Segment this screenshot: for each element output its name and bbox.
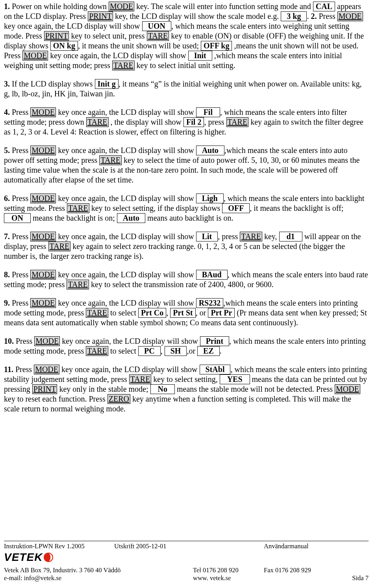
page-footer: Instruktion-LPWN Rev 1.2005 Utskrift 200… (4, 541, 369, 582)
step-num-11: 11. (4, 365, 13, 374)
lcd-fil: Fil (196, 107, 220, 117)
mode-key: MODE (22, 51, 48, 61)
footer-print-date: Utskrift 2005-12-01 (114, 542, 232, 551)
step-3: 3. If the LCD display shows Init g, it m… (4, 79, 369, 99)
lcd-baud: BAud (196, 270, 228, 280)
lcd-no: No (150, 384, 175, 394)
lcd-on: ON (4, 213, 31, 223)
tare-key: TARE (67, 280, 89, 289)
lcd-auto-bl: Auto (117, 213, 145, 223)
mode-key: MODE (30, 270, 56, 280)
footer-web: www. vetek.se (193, 574, 264, 582)
tare-key: TARE (226, 117, 249, 127)
lcd-prtst: Prt St (170, 308, 196, 318)
step-num-10: 10. (4, 337, 14, 345)
zero-key: ZERO (107, 394, 130, 404)
tare-key: TARE (129, 374, 152, 384)
lcd-rs232: RS232 (196, 298, 224, 308)
lcd-prtco: Prt Co (138, 308, 166, 318)
lcd-yes: YES (220, 374, 250, 384)
lcd-stabl: StAbl (200, 365, 231, 374)
lcd-lit: Lit (196, 232, 218, 241)
lcd-ligh: Ligh (196, 194, 224, 203)
lcd-3kg: 3 kg (281, 11, 307, 21)
step-11: 11. Press MODE key once again, the LCD d… (4, 365, 369, 414)
step-10: 10. Press MODE key once again, the LCD d… (4, 336, 369, 356)
vetek-logo-icon (43, 552, 54, 562)
lcd-d1: d1 (279, 232, 302, 241)
step-num-3: 3. (4, 79, 10, 88)
lcd-init: Init (188, 51, 212, 61)
step-num-8: 8. (4, 270, 10, 279)
step-num-7: 7. (4, 232, 10, 241)
mode-key: MODE (30, 298, 56, 308)
tare-key: TARE (147, 31, 169, 41)
document-page: 1. Power on while holding down MODE key.… (0, 0, 378, 588)
lcd-uon: UON (142, 21, 171, 31)
tare-key: TARE (99, 155, 122, 165)
step-4: 4. Press MODE key once again, the LCD di… (4, 107, 369, 137)
vetek-logo-text: VETEK (4, 550, 43, 564)
step-num-4: 4. (4, 108, 10, 116)
print-key: PRINT (88, 11, 113, 21)
mode-key: MODE (30, 194, 56, 203)
mode-key: MODE (30, 146, 56, 155)
step-5: 5. Press MODE key once again, the LCD di… (4, 146, 369, 185)
mode-key: MODE (335, 384, 360, 394)
lcd-off: OFF (222, 203, 250, 213)
tare-key: TARE (112, 61, 135, 70)
lcd-sh: SH (165, 346, 187, 356)
lcd-print: Print (200, 336, 229, 346)
tare-key: TARE (240, 232, 262, 241)
print-key: PRINT (44, 31, 69, 41)
step-8: 8. Press MODE key once again, the LCD di… (4, 270, 369, 289)
print-key: PRINT (32, 384, 57, 394)
lcd-ez: EZ (197, 346, 220, 356)
tare-key: TARE (48, 241, 71, 251)
mode-key: MODE (34, 365, 59, 374)
footer-manual-label: Användarmanual (232, 542, 369, 551)
mode-key: MODE (30, 232, 56, 241)
lcd-cal: CAL (313, 2, 335, 11)
footer-tel: Tel 0176 208 920 (193, 566, 264, 575)
step-num-6: 6. (4, 194, 10, 203)
mode-key: MODE (34, 336, 60, 346)
mode-key: MODE (109, 2, 134, 11)
tare-key: TARE (86, 308, 108, 318)
footer-fax: Fax 0176 208 929 (264, 566, 369, 575)
step-1-2: 1. Power on while holding down MODE key.… (4, 2, 369, 70)
lcd-fil2: Fil 2 (183, 117, 204, 127)
step-num-9: 9. (4, 299, 10, 307)
step-num-1: 1. (4, 2, 10, 11)
mode-key: MODE (337, 11, 363, 21)
tare-key: TARE (86, 346, 108, 356)
step-9: 9. Press MODE key once again, the LCD di… (4, 298, 369, 328)
lcd-init-g: Init g (95, 79, 119, 89)
lcd-on-kg: ON kg (50, 41, 78, 51)
lcd-off-kg: OFF kg (201, 41, 232, 51)
footer-divider (4, 541, 369, 541)
vetek-logo: VETEK (4, 551, 369, 563)
step-num-2: 2. (311, 12, 317, 20)
step-num-5: 5. (4, 146, 10, 155)
step-6: 6. Press MODE key once again, the LCD di… (4, 194, 369, 223)
footer-email: e-mail: info@vetek.se (4, 574, 193, 582)
lcd-pc: PC (138, 346, 161, 356)
lcd-auto: Auto (196, 146, 224, 155)
footer-address: Vetek AB Box 79, Industriv. 3 760 40 Väd… (4, 566, 193, 575)
footer-page-number: Sida 7 (264, 574, 369, 582)
footer-doc-id: Instruktion-LPWN Rev 1.2005 (4, 542, 114, 551)
tare-key: TARE (86, 117, 109, 127)
tare-key: TARE (67, 203, 89, 213)
step-7: 7. Press MODE key once again, the LCD di… (4, 232, 369, 261)
mode-key: MODE (30, 107, 56, 117)
lcd-prtpr: Prt Pr (208, 308, 235, 318)
